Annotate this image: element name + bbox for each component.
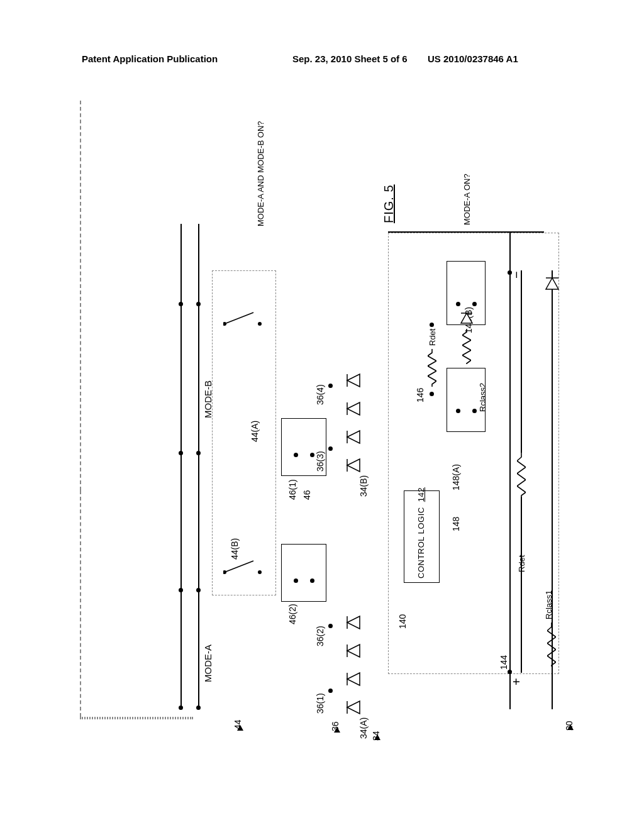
label-rclass1: Rclass1 <box>544 590 553 619</box>
svg-point-2 <box>258 322 262 326</box>
resistor-rdet-1 <box>517 453 526 497</box>
node <box>328 384 333 388</box>
svg-marker-6 <box>347 616 360 629</box>
arrow-icon <box>334 727 340 733</box>
node <box>456 409 460 413</box>
node <box>310 453 314 457</box>
svg-marker-12 <box>347 701 360 714</box>
ref-36-4: 36(4) <box>315 384 325 405</box>
switch-44b <box>223 560 264 578</box>
label-plus: + <box>509 678 524 685</box>
node <box>294 453 298 457</box>
svg-marker-24 <box>546 278 558 289</box>
q-mode-ab: MODE-A AND MODE-B ON? <box>256 121 265 226</box>
wire <box>521 497 522 673</box>
ref-146: 146 <box>415 388 425 402</box>
node <box>472 302 477 306</box>
svg-marker-20 <box>347 459 360 472</box>
diode-rclass1 <box>545 277 560 296</box>
node <box>196 302 201 306</box>
node <box>472 409 477 413</box>
arrow-icon <box>374 734 380 740</box>
resistor-rclass1 <box>547 622 556 667</box>
svg-marker-8 <box>347 645 360 657</box>
node <box>310 578 314 583</box>
switch-46-2 <box>281 544 326 602</box>
diode-bridge-34b <box>341 362 372 478</box>
svg-marker-16 <box>347 402 360 415</box>
arrow-icon <box>237 725 243 731</box>
control-logic-text: CONTROL LOGIC <box>416 507 426 578</box>
svg-marker-22 <box>461 313 472 323</box>
page: Patent Application Publication Sep. 23, … <box>0 0 644 830</box>
node <box>196 588 201 592</box>
dashed-line-148 <box>80 490 81 717</box>
label-rdet-2: Rdet <box>428 329 437 346</box>
ref-44a: 44(A) <box>250 421 260 442</box>
svg-marker-18 <box>347 431 360 443</box>
node <box>328 689 333 693</box>
rail-pos <box>509 231 511 709</box>
ref-46: 46 <box>302 490 312 500</box>
ref-34a: 34(A) <box>358 717 369 739</box>
header-publication: Patent Application Publication <box>82 53 218 64</box>
ref-34b: 34(B) <box>358 475 369 497</box>
label-mode-ab-on: MODE-A AND MODE-B ON? <box>256 113 265 226</box>
rail-line <box>388 231 544 233</box>
ref-148a: 148(A) <box>451 464 461 490</box>
node <box>430 323 434 327</box>
svg-marker-14 <box>347 374 360 387</box>
label-mode-a-on: MODE-A ON? <box>462 174 472 225</box>
node <box>430 392 434 396</box>
svg-point-5 <box>258 570 262 574</box>
node <box>196 451 201 455</box>
svg-line-0 <box>225 313 253 324</box>
node <box>294 578 298 583</box>
node <box>328 446 333 451</box>
ref-142: 142 <box>416 487 426 504</box>
header-date-sheet: Sep. 23, 2010 Sheet 5 of 6 <box>292 53 408 64</box>
node <box>179 706 183 710</box>
wire <box>521 270 522 453</box>
figure-5: MODE-A MODE-B 44(B) 44(A) 44 <box>80 101 569 748</box>
ref-46-1: 46(1) <box>287 479 297 500</box>
label-rclass2: Rclass2 <box>478 383 487 412</box>
ref-144: 144 <box>499 655 509 670</box>
svg-marker-10 <box>347 673 360 685</box>
header-pubnumber: US 2010/0237846 A1 <box>428 53 518 64</box>
dashed-line <box>80 101 81 490</box>
label-control-logic: CONTROL LOGIC 142 <box>416 487 426 578</box>
svg-point-4 <box>223 570 226 574</box>
node <box>179 302 183 306</box>
resistor-rclass2 <box>462 329 471 364</box>
ref-148: 148 <box>451 517 461 531</box>
svg-line-3 <box>225 561 253 572</box>
ref-44b: 44(B) <box>230 538 240 560</box>
diode-rclass2 <box>460 312 474 330</box>
node <box>196 706 201 710</box>
diode-bridge-34a <box>341 604 372 720</box>
dotted-line <box>80 718 193 719</box>
node <box>179 588 183 592</box>
ref-36-1: 36(1) <box>315 693 325 714</box>
switch-44a <box>223 311 264 329</box>
label-mode-a: MODE-A <box>203 645 213 682</box>
ref-36-2: 36(2) <box>315 626 325 646</box>
arrow-icon <box>567 724 574 730</box>
ref-46-2: 46(2) <box>287 604 297 624</box>
bus-line <box>198 224 199 709</box>
ref-36-3: 36(3) <box>315 451 325 472</box>
node <box>179 451 183 455</box>
node <box>456 302 460 306</box>
node <box>328 624 333 628</box>
resistor-rdet-2 <box>428 349 436 387</box>
figure-caption: FIG. 5 <box>382 184 396 223</box>
ref-140: 140 <box>397 614 408 629</box>
bus-line <box>180 224 182 709</box>
svg-point-1 <box>223 322 226 326</box>
